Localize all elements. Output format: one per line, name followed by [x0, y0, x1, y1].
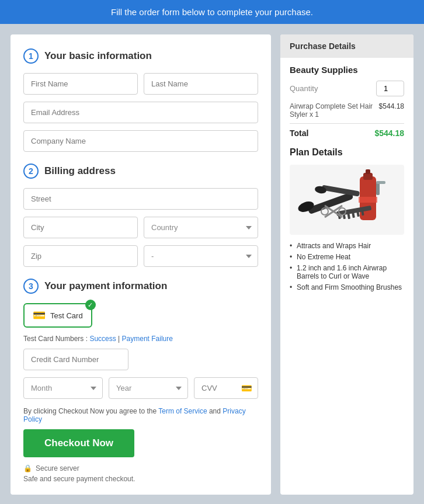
test-card-success[interactable]: Success: [89, 335, 116, 343]
card-options: 💳 Test Card ✓: [23, 303, 258, 328]
street-input[interactable]: [23, 188, 258, 210]
svg-rect-4: [359, 197, 377, 203]
card-option-label: Test Card: [50, 311, 83, 320]
credit-card-input[interactable]: [23, 349, 128, 370]
lock-icon: 🔒: [23, 464, 32, 472]
city-country-row: Country United States United Kingdom Can…: [23, 217, 258, 238]
banner-text: Fill the order form below to complete yo…: [111, 7, 313, 17]
product-image: [290, 165, 404, 235]
card-icon: 💳: [33, 309, 46, 322]
plan-bullet: Attracts and Wraps Hair: [290, 242, 404, 250]
section1-title: Your basic information: [44, 50, 152, 62]
month-select[interactable]: Month 01 02 03 04 05 06 07 08 09 10 11 1…: [23, 377, 103, 399]
city-input[interactable]: [23, 217, 138, 238]
product-line-price: $544.18: [379, 102, 404, 119]
year-select[interactable]: Year 2024 2025 2026 2027 2028: [109, 377, 188, 399]
test-card-numbers: Test Card Numbers : Success | Payment Fa…: [23, 335, 258, 343]
svg-rect-17: [376, 181, 385, 184]
qty-label: Quantity: [290, 84, 318, 93]
divider: [290, 123, 404, 124]
first-name-input[interactable]: [23, 73, 138, 95]
qty-row: Quantity: [290, 81, 404, 96]
test-card-separator: |: [118, 335, 120, 343]
check-badge: ✓: [85, 300, 96, 310]
zip-state-row: - CA NY: [23, 245, 258, 267]
plan-bullet: No Extreme Heat: [290, 253, 404, 261]
cvv-row: Month 01 02 03 04 05 06 07 08 09 10 11 1…: [23, 377, 258, 399]
product-line-name: Airwrap Complete Set Hair Styler x 1: [290, 102, 379, 119]
section1-header: 1 Your basic information: [23, 48, 258, 64]
checkout-button[interactable]: Checkout Now: [23, 429, 134, 457]
name-row: [23, 73, 258, 95]
cvv-wrapper: 💳: [194, 377, 258, 399]
product-line: Airwrap Complete Set Hair Styler x 1 $54…: [290, 102, 404, 119]
state-select[interactable]: - CA NY: [144, 245, 258, 267]
terms-and: and: [209, 407, 223, 415]
right-panel: Purchase Details Beauty Supplies Quantit…: [280, 34, 413, 495]
terms-prefix: By clicking Checkout Now you agree to th…: [23, 407, 158, 415]
section1-number: 1: [23, 48, 39, 64]
test-card-failure[interactable]: Payment Failure: [122, 335, 173, 343]
svg-rect-16: [376, 182, 380, 195]
billing-section: 2 Billing address Country United States …: [23, 164, 258, 267]
plan-bullet: 1.2 inch and 1.6 inch Airwrap Barrels to…: [290, 264, 404, 280]
email-input[interactable]: [23, 102, 258, 123]
zip-input[interactable]: [23, 245, 138, 267]
plan-bullet: Soft and Firm Smoothing Brushes: [290, 283, 404, 291]
plan-details-title: Plan Details: [280, 147, 413, 158]
test-card-label: Test Card Numbers :: [23, 335, 88, 343]
last-name-input[interactable]: [144, 73, 258, 95]
total-row: Total $544.18: [290, 128, 404, 138]
country-select[interactable]: Country United States United Kingdom Can…: [144, 217, 258, 238]
company-input[interactable]: [23, 130, 258, 152]
svg-rect-3: [366, 169, 370, 174]
purchase-details-body: Beauty Supplies Quantity Airwrap Complet…: [280, 65, 413, 138]
section2-number: 2: [23, 164, 39, 179]
safe-text: Safe and secure payment checkout.: [23, 475, 258, 483]
company-row: [23, 130, 258, 152]
section3-title: Your payment information: [44, 280, 167, 292]
section3-number: 3: [23, 279, 39, 294]
section2-title: Billing address: [44, 165, 116, 177]
top-banner: Fill the order form below to complete yo…: [0, 0, 424, 24]
product-image-area: [280, 165, 413, 235]
plan-bullets: Attracts and Wraps HairNo Extreme Heat1.…: [280, 242, 413, 291]
street-row: [23, 188, 258, 210]
left-panel: 1 Your basic information 2 Billing addre…: [11, 34, 271, 495]
purchase-details-header: Purchase Details: [280, 34, 413, 58]
credit-card-row: [23, 349, 258, 370]
secure-text: Secure server: [36, 464, 79, 472]
total-label: Total: [290, 128, 308, 138]
terms-text: By clicking Checkout Now you agree to th…: [23, 407, 258, 423]
qty-input[interactable]: [376, 81, 404, 96]
product-name: Beauty Supplies: [290, 65, 404, 75]
section3-header: 3 Your payment information: [23, 279, 258, 294]
cvv-card-icon: 💳: [241, 383, 252, 394]
section2-header: 2 Billing address: [23, 164, 258, 179]
email-row: [23, 102, 258, 123]
tos-link[interactable]: Term of Service: [158, 407, 207, 415]
total-amount: $544.18: [374, 128, 404, 138]
secure-label: 🔒 Secure server: [23, 464, 258, 472]
payment-section: 3 Your payment information 💳 Test Card ✓…: [23, 279, 258, 483]
test-card-option[interactable]: 💳 Test Card ✓: [23, 303, 92, 328]
